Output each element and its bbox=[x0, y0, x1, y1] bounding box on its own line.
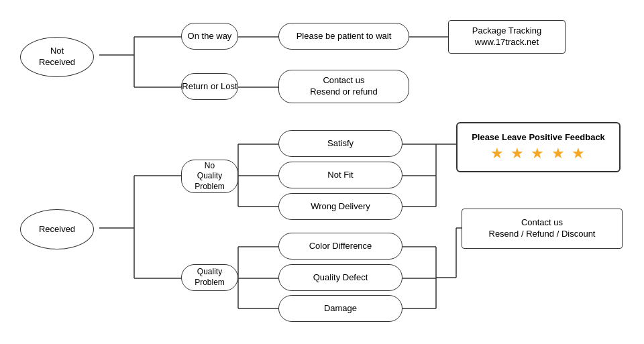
no-quality-problem-node: No Quality Problem bbox=[181, 160, 238, 193]
not-received-node: Not Received bbox=[20, 37, 94, 77]
diagram: Not Received On the way Please be patien… bbox=[0, 0, 644, 344]
quality-problem-node: Quality Problem bbox=[181, 264, 238, 291]
satisfy-node: Satisfy bbox=[278, 130, 402, 157]
patient-node: Please be patient to wait bbox=[278, 23, 409, 50]
wrong-delivery-node: Wrong Delivery bbox=[278, 193, 402, 220]
star-rating: ★ ★ ★ ★ ★ bbox=[490, 145, 586, 162]
received-node: Received bbox=[20, 209, 94, 249]
damage-node: Damage bbox=[278, 295, 402, 322]
return-or-lost-node: Return or Lost bbox=[181, 73, 238, 100]
positive-feedback-label: Please Leave Positive Feedback bbox=[472, 132, 605, 142]
package-tracking-node: Package Tracking www.17track.net bbox=[448, 20, 566, 54]
quality-defect-node: Quality Defect bbox=[278, 264, 402, 291]
contact-resend-refund-discount-node: Contact us Resend / Refund / Discount bbox=[462, 209, 623, 249]
not-fit-node: Not Fit bbox=[278, 162, 402, 188]
contact-resend-refund-node: Contact us Resend or refund bbox=[278, 70, 409, 103]
on-the-way-node: On the way bbox=[181, 23, 238, 50]
positive-feedback-box: Please Leave Positive Feedback ★ ★ ★ ★ ★ bbox=[456, 122, 621, 172]
color-difference-node: Color Difference bbox=[278, 233, 402, 260]
